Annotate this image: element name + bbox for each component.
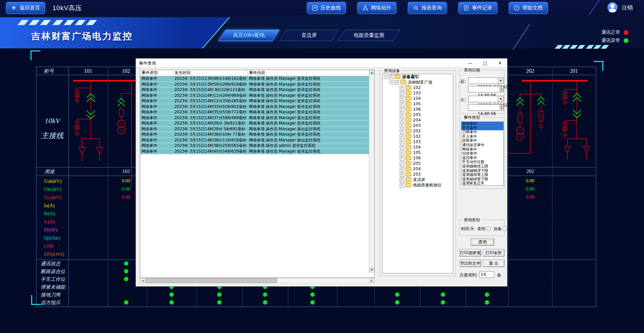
tree-checkbox[interactable]: ✓ — [400, 118, 404, 123]
nav-report-query-button[interactable]: 报表查询 — [408, 2, 447, 14]
tab-dc-panel[interactable]: 直流屏 — [279, 30, 338, 41]
query-button[interactable]: 查询 — [471, 238, 494, 246]
exit-button[interactable]: 退 出 — [483, 260, 504, 267]
scroll-left-icon[interactable]: ◄ — [140, 278, 145, 283]
event-type-option[interactable]: 遥测越物理上限 — [461, 164, 503, 169]
radio-button[interactable] — [470, 226, 474, 231]
event-type-option[interactable]: 通信状态事件 — [461, 143, 503, 148]
event-type-option[interactable]: 所有事件 — [461, 122, 503, 126]
tree-item[interactable]: ✓106 — [382, 107, 453, 112]
tree-item[interactable]: −✓吉林财富广场 — [382, 80, 453, 85]
tree-item[interactable]: ✓204 — [382, 117, 453, 123]
tree-checkbox[interactable]: ✓ — [400, 129, 404, 133]
tree-checkbox[interactable]: ✓ — [400, 145, 404, 150]
horizontal-scrollbar[interactable]: ◄ ► — [140, 278, 375, 283]
tree-item[interactable]: ✓103 — [382, 139, 453, 145]
tree-checkbox[interactable]: ✓ — [400, 178, 404, 182]
tree-item[interactable]: −✓设备索引 — [382, 74, 453, 80]
tree-checkbox[interactable]: ✓ — [400, 167, 404, 171]
tree-item[interactable]: ✓103 — [382, 90, 453, 96]
from-time-input[interactable]: 14:40:56 ▲▼ — [468, 86, 504, 92]
tree-item[interactable]: ✓205 — [382, 161, 453, 166]
print-selected-button[interactable]: 打印选择项 — [459, 249, 481, 257]
tree-expander-icon[interactable]: − — [384, 75, 388, 79]
nav-help-doc-button[interactable]: ? 帮助文档 — [509, 2, 548, 14]
event-table-row[interactable]: 网络事件2023年 3月15日14时38分 3秒921毫秒网络事项 操作员 Ma… — [140, 121, 374, 127]
tree-item[interactable]: ✓203 — [382, 123, 453, 128]
logout-button[interactable]: 注销 — [622, 4, 633, 12]
event-type-option[interactable]: 遥测越报警上限 — [461, 173, 503, 177]
event-type-option[interactable]: 刀闸事件 — [461, 130, 503, 135]
to-time-input[interactable]: 14:40:56 ▲▼ — [468, 104, 504, 111]
tree-checkbox[interactable]: ✓ — [400, 161, 404, 166]
tree-item[interactable]: ✓105 — [382, 101, 453, 107]
vertical-scrollbar[interactable]: ▲ ▼ — [369, 70, 374, 272]
tree-expander-icon[interactable]: − — [390, 81, 393, 84]
tree-item[interactable]: ✓205 — [382, 112, 453, 117]
event-table-row[interactable]: 网络事件2023年 3月15日13时59分28秒918毫秒网络事项 操作员 Ma… — [140, 82, 374, 88]
tree-checkbox[interactable]: ✓ — [400, 156, 404, 160]
scroll-right-icon[interactable]: ► — [369, 278, 374, 283]
tree-item[interactable]: ✓102 — [382, 134, 453, 139]
tree-item[interactable]: ✓203 — [382, 172, 453, 177]
nav-network-topology-button[interactable]: 网络拓扑 — [357, 2, 396, 14]
query-type-option[interactable]: 类型 — [477, 226, 491, 232]
tree-checkbox[interactable]: ✓ — [389, 75, 393, 79]
event-table-row[interactable]: 网络事件2023年 3月15日14时37分59秒499毫秒网络事项 操作员 Ma… — [140, 115, 374, 121]
from-date-select[interactable]: 2023年 3月14日 ▼ — [468, 77, 504, 84]
result-count-field[interactable]: 14 — [479, 271, 494, 278]
tree-checkbox[interactable]: ✓ — [400, 102, 404, 106]
scroll-up-icon[interactable]: ▲ — [369, 70, 374, 75]
query-type-option[interactable]: 时间 — [461, 226, 474, 232]
event-table-row[interactable]: 网络事件2023年 3月15日14时33分50秒902毫秒网络事项 操作员 Ma… — [140, 104, 374, 110]
tree-checkbox[interactable]: ✓ — [400, 151, 404, 155]
event-table-row[interactable]: 网络事件2023年 3月15日14时 8分22秒121毫秒网络事项 操作员 Ma… — [140, 87, 374, 93]
event-table-row[interactable]: 网络事件2023年 3月15日14时11分26秒969毫秒网络事项 操作员 Ma… — [140, 93, 374, 99]
dialog-titlebar[interactable]: 事件查询 — □ ✕ — [136, 59, 507, 68]
time-spinner[interactable]: ▲▼ — [499, 105, 503, 110]
query-type-option[interactable]: 设备 — [494, 226, 507, 232]
tree-item[interactable]: ✓电能质量检测仪 — [382, 182, 453, 188]
tree-item[interactable]: ✓104 — [382, 96, 453, 101]
tree-checkbox[interactable]: ✓ — [400, 113, 404, 117]
radio-button[interactable] — [486, 226, 491, 231]
scroll-down-icon[interactable]: ▼ — [369, 267, 374, 272]
tree-checkbox[interactable]: ✓ — [400, 134, 404, 139]
horizontal-scroll-thumb[interactable] — [146, 278, 277, 283]
tree-checkbox[interactable]: ✓ — [400, 140, 404, 144]
tree-item[interactable]: ✓106 — [382, 155, 453, 161]
dropdown-arrow-icon[interactable]: ▼ — [498, 96, 503, 102]
event-type-option[interactable]: 遥测恢复正常 — [461, 181, 503, 186]
radio-button[interactable] — [502, 226, 507, 231]
close-button[interactable]: ✕ — [493, 59, 507, 67]
print-all-button[interactable]: 打印全部 — [483, 249, 504, 257]
nav-history-curve-button[interactable]: 历史曲线 — [307, 2, 346, 14]
tree-checkbox[interactable]: ✓ — [400, 96, 404, 101]
time-spinner[interactable]: ▲▼ — [499, 86, 503, 92]
tab-power-quality[interactable]: 电能质量监测 — [338, 30, 400, 41]
tree-checkbox[interactable]: ✓ — [400, 86, 404, 90]
tree-item[interactable]: ✓102 — [382, 85, 453, 90]
tree-item[interactable]: ✓204 — [382, 166, 453, 172]
tree-item[interactable]: ✓202 — [382, 128, 453, 134]
tree-checkbox[interactable]: ✓ — [400, 124, 404, 128]
tree-checkbox[interactable]: ✓ — [400, 172, 404, 177]
tree-checkbox[interactable]: ✓ — [400, 107, 404, 112]
export-file-button[interactable]: 导出到文件 — [459, 260, 481, 267]
event-table-column-header[interactable]: 事件内容 — [248, 70, 370, 76]
event-table-row[interactable]: 网络事件2023年 3月15日14时12分35秒285毫秒网络事项 操作员 Ma… — [140, 98, 374, 104]
event-table-column-header[interactable]: 事件类型 — [140, 70, 173, 76]
tree-checkbox[interactable]: ✓ — [400, 183, 404, 187]
event-table-row[interactable]: 网络事件2023年 3月15日14时35分55秒772毫秒网络事项 操作员 Ma… — [140, 110, 374, 115]
event-table-row[interactable]: 网络事件2023年 3月15日14时38分25秒565毫秒网络事项 操作员 ad… — [140, 143, 374, 149]
event-table-column-header[interactable]: 发生时间 — [173, 70, 248, 76]
event-table-row[interactable]: 网络事件2023年 3月15日14时40分54秒639毫秒网络事项 操作员 Ma… — [140, 149, 374, 155]
event-table-row[interactable]: 网络事件2023年 3月15日14时38分11秒618毫秒网络事项 操作员 Ma… — [140, 138, 374, 143]
maximize-button[interactable]: □ — [478, 59, 492, 67]
avatar[interactable] — [607, 2, 618, 13]
event-table-row[interactable]: 网络事件2023年 3月15日14时38分10秒 77毫秒网络事项 操作员 Ma… — [140, 132, 374, 138]
tree-item[interactable]: ✓104 — [382, 145, 453, 150]
dropdown-arrow-icon[interactable]: ▼ — [498, 78, 503, 84]
tree-item[interactable]: ✓105 — [382, 150, 453, 155]
event-type-option[interactable]: SOE事件 — [461, 152, 503, 156]
